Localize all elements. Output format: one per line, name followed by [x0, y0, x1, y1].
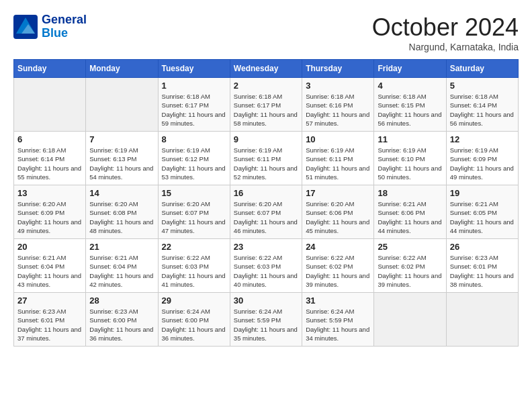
- calendar-header: SundayMondayTuesdayWednesdayThursdayFrid…: [14, 60, 519, 78]
- logo-icon: [13, 15, 38, 39]
- day-info: Sunrise: 6:24 AM Sunset: 6:00 PM Dayligh…: [162, 307, 226, 342]
- header-row: SundayMondayTuesdayWednesdayThursdayFrid…: [14, 60, 519, 78]
- day-info: Sunrise: 6:20 AM Sunset: 6:07 PM Dayligh…: [162, 199, 226, 235]
- day-number: 14: [89, 188, 154, 198]
- day-cell: [446, 293, 518, 347]
- day-info: Sunrise: 6:24 AM Sunset: 5:59 PM Dayligh…: [306, 307, 370, 342]
- week-row-3: 13Sunrise: 6:20 AM Sunset: 6:09 PM Dayli…: [14, 185, 519, 239]
- day-cell: 11Sunrise: 6:19 AM Sunset: 6:10 PM Dayli…: [374, 132, 446, 185]
- day-cell: 7Sunrise: 6:19 AM Sunset: 6:13 PM Daylig…: [86, 132, 158, 185]
- day-cell: 14Sunrise: 6:20 AM Sunset: 6:08 PM Dayli…: [86, 185, 158, 239]
- day-number: 18: [378, 188, 442, 198]
- day-cell: 18Sunrise: 6:21 AM Sunset: 6:06 PM Dayli…: [374, 185, 446, 239]
- day-cell: 27Sunrise: 6:23 AM Sunset: 6:01 PM Dayli…: [14, 293, 86, 347]
- day-cell: [14, 78, 86, 132]
- day-number: 28: [89, 295, 154, 306]
- day-number: 16: [234, 188, 298, 198]
- day-number: 26: [450, 242, 515, 252]
- day-cell: 8Sunrise: 6:19 AM Sunset: 6:12 PM Daylig…: [158, 132, 230, 185]
- day-number: 4: [378, 81, 442, 91]
- week-row-2: 6Sunrise: 6:18 AM Sunset: 6:14 PM Daylig…: [14, 132, 519, 185]
- day-info: Sunrise: 6:19 AM Sunset: 6:11 PM Dayligh…: [306, 146, 370, 181]
- header-saturday: Saturday: [446, 60, 518, 78]
- day-info: Sunrise: 6:19 AM Sunset: 6:09 PM Dayligh…: [450, 146, 515, 181]
- day-info: Sunrise: 6:22 AM Sunset: 6:03 PM Dayligh…: [162, 253, 226, 289]
- day-cell: [374, 293, 446, 347]
- header-thursday: Thursday: [302, 60, 374, 78]
- location: Nargund, Karnataka, India: [372, 42, 519, 52]
- day-info: Sunrise: 6:18 AM Sunset: 6:17 PM Dayligh…: [234, 92, 298, 128]
- day-info: Sunrise: 6:23 AM Sunset: 6:00 PM Dayligh…: [89, 307, 154, 342]
- day-number: 25: [378, 242, 442, 252]
- logo: General Blue: [13, 13, 87, 40]
- day-info: Sunrise: 6:20 AM Sunset: 6:06 PM Dayligh…: [306, 199, 370, 235]
- day-number: 12: [450, 134, 515, 144]
- day-number: 8: [162, 134, 226, 144]
- day-cell: 12Sunrise: 6:19 AM Sunset: 6:09 PM Dayli…: [446, 132, 518, 185]
- day-number: 10: [306, 134, 370, 144]
- logo-text: General Blue: [42, 13, 87, 40]
- header-monday: Monday: [86, 60, 158, 78]
- day-cell: 28Sunrise: 6:23 AM Sunset: 6:00 PM Dayli…: [86, 293, 158, 347]
- day-number: 6: [17, 134, 82, 144]
- day-cell: 20Sunrise: 6:21 AM Sunset: 6:04 PM Dayli…: [14, 239, 86, 293]
- day-cell: 4Sunrise: 6:18 AM Sunset: 6:15 PM Daylig…: [374, 78, 446, 132]
- day-cell: 30Sunrise: 6:24 AM Sunset: 5:59 PM Dayli…: [230, 293, 302, 347]
- day-info: Sunrise: 6:18 AM Sunset: 6:15 PM Dayligh…: [378, 92, 442, 128]
- day-info: Sunrise: 6:20 AM Sunset: 6:08 PM Dayligh…: [89, 199, 154, 235]
- day-info: Sunrise: 6:24 AM Sunset: 5:59 PM Dayligh…: [234, 307, 298, 342]
- header-sunday: Sunday: [14, 60, 86, 78]
- day-number: 3: [306, 81, 370, 91]
- week-row-1: 1Sunrise: 6:18 AM Sunset: 6:17 PM Daylig…: [14, 78, 519, 132]
- day-number: 17: [306, 188, 370, 198]
- day-cell: 29Sunrise: 6:24 AM Sunset: 6:00 PM Dayli…: [158, 293, 230, 347]
- day-info: Sunrise: 6:20 AM Sunset: 6:07 PM Dayligh…: [234, 199, 298, 235]
- day-number: 9: [234, 134, 298, 144]
- day-cell: 23Sunrise: 6:22 AM Sunset: 6:03 PM Dayli…: [230, 239, 302, 293]
- day-number: 2: [234, 81, 298, 91]
- page-header: General Blue October 2024 Nargund, Karna…: [13, 13, 519, 52]
- day-cell: 31Sunrise: 6:24 AM Sunset: 5:59 PM Dayli…: [302, 293, 374, 347]
- day-info: Sunrise: 6:18 AM Sunset: 6:14 PM Dayligh…: [17, 146, 82, 181]
- day-info: Sunrise: 6:19 AM Sunset: 6:13 PM Dayligh…: [89, 146, 154, 181]
- day-cell: 16Sunrise: 6:20 AM Sunset: 6:07 PM Dayli…: [230, 185, 302, 239]
- day-info: Sunrise: 6:20 AM Sunset: 6:09 PM Dayligh…: [17, 199, 82, 235]
- title-block: October 2024 Nargund, Karnataka, India: [372, 13, 519, 52]
- day-number: 24: [306, 242, 370, 252]
- day-number: 7: [89, 134, 154, 144]
- day-cell: 3Sunrise: 6:18 AM Sunset: 6:16 PM Daylig…: [302, 78, 374, 132]
- day-cell: 15Sunrise: 6:20 AM Sunset: 6:07 PM Dayli…: [158, 185, 230, 239]
- day-cell: 24Sunrise: 6:22 AM Sunset: 6:02 PM Dayli…: [302, 239, 374, 293]
- day-info: Sunrise: 6:21 AM Sunset: 6:04 PM Dayligh…: [89, 253, 154, 289]
- day-number: 22: [162, 242, 226, 252]
- day-info: Sunrise: 6:21 AM Sunset: 6:05 PM Dayligh…: [450, 199, 515, 235]
- day-number: 23: [234, 242, 298, 252]
- day-info: Sunrise: 6:18 AM Sunset: 6:14 PM Dayligh…: [450, 92, 515, 128]
- day-number: 15: [162, 188, 226, 198]
- day-cell: 17Sunrise: 6:20 AM Sunset: 6:06 PM Dayli…: [302, 185, 374, 239]
- day-info: Sunrise: 6:22 AM Sunset: 6:03 PM Dayligh…: [234, 253, 298, 289]
- day-number: 11: [378, 134, 442, 144]
- day-number: 29: [162, 295, 226, 306]
- day-cell: 9Sunrise: 6:19 AM Sunset: 6:11 PM Daylig…: [230, 132, 302, 185]
- day-info: Sunrise: 6:22 AM Sunset: 6:02 PM Dayligh…: [378, 253, 442, 289]
- day-info: Sunrise: 6:23 AM Sunset: 6:01 PM Dayligh…: [17, 307, 82, 342]
- day-cell: 22Sunrise: 6:22 AM Sunset: 6:03 PM Dayli…: [158, 239, 230, 293]
- day-number: 31: [306, 295, 370, 306]
- day-cell: 10Sunrise: 6:19 AM Sunset: 6:11 PM Dayli…: [302, 132, 374, 185]
- day-cell: 6Sunrise: 6:18 AM Sunset: 6:14 PM Daylig…: [14, 132, 86, 185]
- day-info: Sunrise: 6:19 AM Sunset: 6:11 PM Dayligh…: [234, 146, 298, 181]
- day-info: Sunrise: 6:23 AM Sunset: 6:01 PM Dayligh…: [450, 253, 515, 289]
- day-cell: 19Sunrise: 6:21 AM Sunset: 6:05 PM Dayli…: [446, 185, 518, 239]
- day-info: Sunrise: 6:18 AM Sunset: 6:16 PM Dayligh…: [306, 92, 370, 128]
- day-cell: 26Sunrise: 6:23 AM Sunset: 6:01 PM Dayli…: [446, 239, 518, 293]
- day-number: 19: [450, 188, 515, 198]
- header-tuesday: Tuesday: [158, 60, 230, 78]
- calendar-body: 1Sunrise: 6:18 AM Sunset: 6:17 PM Daylig…: [14, 78, 519, 347]
- day-cell: 13Sunrise: 6:20 AM Sunset: 6:09 PM Dayli…: [14, 185, 86, 239]
- week-row-4: 20Sunrise: 6:21 AM Sunset: 6:04 PM Dayli…: [14, 239, 519, 293]
- day-number: 21: [89, 242, 154, 252]
- day-number: 27: [17, 295, 82, 306]
- day-cell: 25Sunrise: 6:22 AM Sunset: 6:02 PM Dayli…: [374, 239, 446, 293]
- day-info: Sunrise: 6:21 AM Sunset: 6:04 PM Dayligh…: [17, 253, 82, 289]
